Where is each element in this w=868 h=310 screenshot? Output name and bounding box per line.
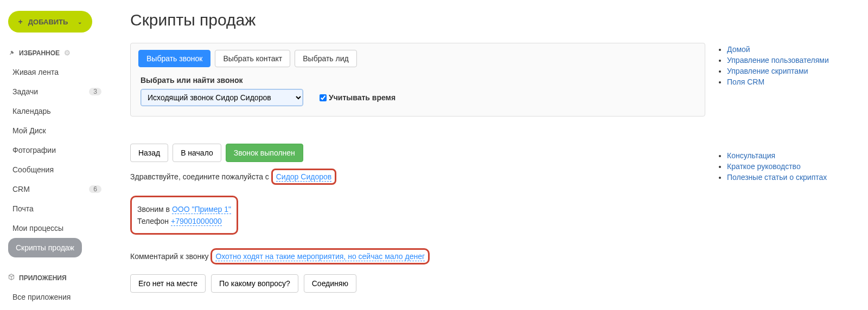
side-link[interactable]: Управление скриптами — [727, 67, 808, 75]
phone-prefix: Телефон — [137, 217, 171, 225]
company-link[interactable]: ООО "Пример 1" — [172, 205, 231, 214]
company-prefix: Звоним в — [137, 205, 172, 214]
add-label: ДОБАВИТЬ — [28, 18, 68, 26]
gear-icon[interactable]: ⚙ — [64, 49, 71, 57]
picker-label: Выбрать или найти звонок — [141, 76, 695, 85]
sidebar-item[interactable]: Мой Диск — [8, 121, 106, 140]
page-title: Скрипты продаж — [130, 11, 852, 29]
contact-name-link[interactable]: Сидор Сидоров — [276, 172, 331, 182]
picker-tab[interactable]: Выбрать контакт — [215, 50, 290, 67]
sidebar-item-label: Задачи — [12, 87, 38, 96]
favorites-label: ИЗБРАННОЕ — [19, 49, 60, 57]
sidebar-list: Живая лентаЗадачи3КалендарьМой ДискФотог… — [8, 62, 106, 257]
side-link-item: Домой — [727, 45, 852, 54]
side-link[interactable]: Краткое руководство — [727, 162, 801, 171]
apps-list: Все приложения — [8, 287, 106, 307]
side-link-item: Краткое руководство — [727, 162, 852, 171]
picker-tabs: Выбрать звонокВыбрать контактВыбрать лид — [138, 50, 697, 67]
response-option-button[interactable]: Соединяю — [304, 274, 356, 293]
sidebar-item-label: Сообщения — [12, 165, 54, 174]
sidebar-item[interactable]: Живая лента — [8, 62, 106, 82]
side-link-item: Поля CRM — [727, 78, 852, 86]
content-main: Выбрать звонокВыбрать контактВыбрать лид… — [130, 43, 705, 293]
side-link-item: Управление скриптами — [727, 67, 852, 75]
checkbox-label: Учитывать время — [329, 93, 395, 102]
response-option-button[interactable]: Его нет на месте — [130, 274, 206, 293]
comment-prefix: Комментарий к звонку — [130, 252, 210, 261]
time-checkbox-row[interactable]: Учитывать время — [320, 93, 395, 102]
add-button[interactable]: + ДОБАВИТЬ ⌄ — [8, 11, 92, 33]
side-link[interactable]: Консультация — [727, 151, 775, 160]
sidebar-item-label: Живая лента — [12, 68, 59, 76]
side-link-item: Консультация — [727, 151, 852, 160]
sidebar-item[interactable]: Фотографии — [8, 140, 106, 160]
greeting-line: Здравствуйте, соедините пожалуйста с Сид… — [130, 169, 705, 185]
sidebar-item[interactable]: Мои процессы — [8, 218, 106, 238]
sidebar-item-all-apps[interactable]: Все приложения — [8, 287, 106, 307]
start-button[interactable]: В начало — [173, 144, 221, 162]
highlight-comment: Охотно ходят на такие мероприятия, но се… — [210, 248, 430, 264]
phone-link[interactable]: +79001000000 — [171, 217, 222, 226]
chevron-down-icon: ⌄ — [78, 19, 82, 25]
comment-link[interactable]: Охотно ходят на такие мероприятия, но се… — [215, 252, 425, 261]
side-link[interactable]: Полезные статьи о скриптах — [727, 173, 827, 182]
time-checkbox[interactable] — [320, 94, 327, 101]
sidebar-item[interactable]: CRM6 — [8, 179, 106, 199]
picker-panel: Выбрать звонокВыбрать контактВыбрать лид… — [130, 43, 705, 117]
sidebar-item[interactable]: Задачи3 — [8, 82, 106, 101]
pin-icon — [8, 50, 15, 56]
back-button[interactable]: Назад — [130, 144, 168, 162]
count-badge: 3 — [89, 88, 101, 95]
sidebar-item-label: Все приложения — [12, 293, 71, 301]
side-links-help: КонсультацияКраткое руководствоПолезные … — [716, 151, 852, 182]
response-option-button[interactable]: По какому вопросу? — [211, 274, 298, 293]
sidebar-item-label: Почта — [12, 204, 34, 213]
option-buttons: Его нет на местеПо какому вопросу?Соедин… — [130, 274, 705, 293]
favorites-header: ИЗБРАННОЕ ⚙ — [8, 49, 106, 57]
sidebar-item-label: Календарь — [12, 107, 51, 115]
picker-tab[interactable]: Выбрать лид — [295, 50, 356, 67]
picker-tab[interactable]: Выбрать звонок — [138, 50, 210, 67]
side-link-item: Полезные статьи о скриптах — [727, 173, 852, 182]
call-done-button[interactable]: Звонок выполнен — [226, 144, 303, 162]
comment-line: Комментарий к звонку Охотно ходят на так… — [130, 248, 705, 264]
content-side: ДомойУправление пользователямиУправление… — [716, 43, 852, 293]
call-select[interactable]: Исходящий звонок Сидор Сидоров — [141, 89, 303, 106]
side-link[interactable]: Поля CRM — [727, 78, 764, 86]
side-links-admin: ДомойУправление пользователямиУправление… — [716, 45, 852, 86]
count-badge: 6 — [89, 185, 101, 193]
nav-buttons: Назад В начало Звонок выполнен — [130, 144, 705, 162]
side-link[interactable]: Управление пользователями — [727, 56, 829, 64]
company-line: Звоним в ООО "Пример 1" — [137, 205, 231, 214]
side-link[interactable]: Домой — [727, 45, 750, 54]
plus-icon: + — [18, 17, 23, 26]
call-info-box: Звоним в ООО "Пример 1" Телефон +7900100… — [130, 196, 238, 235]
sidebar-item-label: CRM — [12, 185, 30, 193]
apps-label: ПРИЛОЖЕНИЯ — [19, 274, 67, 282]
sidebar-item-label: Фотографии — [12, 146, 56, 154]
sidebar-item[interactable]: Почта — [8, 199, 106, 218]
sidebar-item-label: Мои процессы — [12, 224, 63, 232]
side-link-item: Управление пользователями — [727, 56, 852, 64]
apps-header: ПРИЛОЖЕНИЯ — [8, 274, 106, 282]
sidebar-item[interactable]: Сообщения — [8, 160, 106, 179]
sidebar-item-label: Скрипты продаж — [16, 243, 74, 252]
sidebar-item[interactable]: Скрипты продаж — [8, 238, 82, 257]
phone-line: Телефон +79001000000 — [137, 217, 231, 225]
main: Скрипты продаж Выбрать звонокВыбрать кон… — [114, 0, 868, 310]
sidebar-item-label: Мой Диск — [12, 126, 46, 135]
highlight-name: Сидор Сидоров — [271, 169, 336, 185]
cube-icon — [8, 274, 15, 282]
sidebar: + ДОБАВИТЬ ⌄ ИЗБРАННОЕ ⚙ Живая лентаЗада… — [0, 0, 114, 310]
sidebar-item[interactable]: Календарь — [8, 101, 106, 121]
greeting-prefix: Здравствуйте, соедините пожалуйста с — [130, 172, 271, 181]
